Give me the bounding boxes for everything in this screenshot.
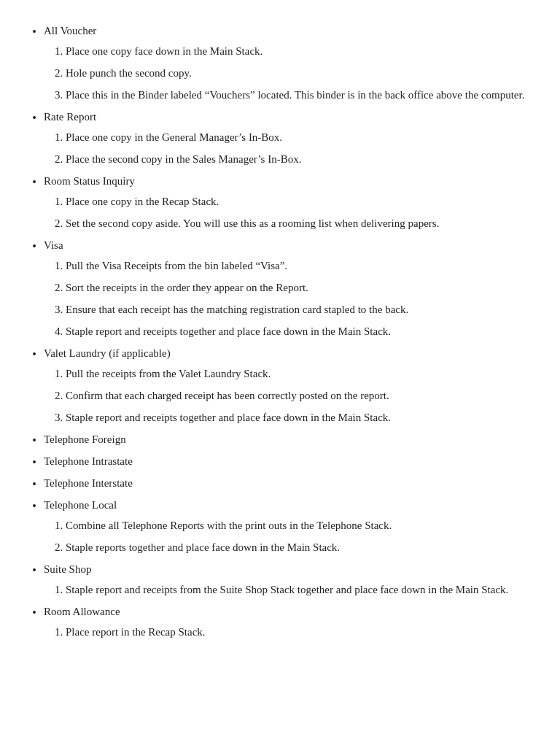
- list-item: Set the second copy aside. You will use …: [66, 215, 531, 232]
- list-item: Ensure that each receipt has the matchin…: [66, 301, 531, 318]
- list-item: Combine all Telephone Reports with the p…: [66, 517, 531, 534]
- sub-list-valet-laundry: Pull the receipts from the Valet Laundry…: [44, 365, 531, 426]
- sub-list-visa: Pull the Visa Receipts from the bin labe…: [44, 257, 531, 340]
- section-valet-laundry: Valet Laundry (if applicable)Pull the re…: [44, 344, 531, 426]
- section-label-telephone-local: Telephone Local: [44, 499, 117, 511]
- sub-list-all-voucher: Place one copy face down in the Main Sta…: [44, 42, 531, 104]
- list-item: Pull the Visa Receipts from the bin labe…: [66, 257, 531, 274]
- section-label-telephone-foreign: Telephone Foreign: [44, 433, 126, 445]
- list-item: Staple report and receipts from the Suit…: [66, 581, 531, 598]
- section-label-room-allowance: Room Allowance: [44, 606, 120, 617]
- section-telephone-local: Telephone LocalCombine all Telephone Rep…: [44, 496, 531, 556]
- section-telephone-interstate: Telephone Interstate: [44, 474, 531, 492]
- section-label-rate-report: Rate Report: [44, 111, 96, 123]
- sub-list-room-allowance: Place report in the Recap Stack.: [44, 623, 531, 641]
- section-visa: VisaPull the Visa Receipts from the bin …: [44, 236, 531, 340]
- section-rate-report: Rate ReportPlace one copy in the General…: [44, 108, 531, 168]
- list-item: Staple report and receipts together and …: [66, 409, 531, 426]
- section-room-status-inquiry: Room Status InquiryPlace one copy in the…: [44, 172, 531, 232]
- list-item: Place the second copy in the Sales Manag…: [66, 150, 531, 168]
- section-suite-shop: Suite ShopStaple report and receipts fro…: [44, 560, 531, 598]
- main-list: All VoucherPlace one copy face down in t…: [29, 22, 531, 641]
- list-item: Sort the receipts in the order they appe…: [66, 279, 531, 296]
- content-area: All VoucherPlace one copy face down in t…: [22, 15, 538, 652]
- section-label-telephone-intrastate: Telephone Intrastate: [44, 455, 133, 467]
- list-item: Place one copy in the General Manager’s …: [66, 128, 531, 146]
- sub-list-room-status-inquiry: Place one copy in the Recap Stack.Set th…: [44, 193, 531, 232]
- section-label-valet-laundry: Valet Laundry (if applicable): [44, 347, 171, 359]
- list-item: Pull the receipts from the Valet Laundry…: [66, 365, 531, 382]
- list-item: Confirm that each charged receipt has be…: [66, 387, 531, 404]
- section-label-telephone-interstate: Telephone Interstate: [44, 477, 133, 489]
- section-label-visa: Visa: [44, 239, 63, 251]
- list-item: Staple report and receipts together and …: [66, 323, 531, 340]
- sub-list-telephone-local: Combine all Telephone Reports with the p…: [44, 517, 531, 556]
- list-item: Place report in the Recap Stack.: [66, 623, 531, 641]
- sub-list-rate-report: Place one copy in the General Manager’s …: [44, 128, 531, 168]
- list-item: Staple reports together and place face d…: [66, 539, 531, 556]
- list-item: Hole punch the second copy.: [66, 64, 531, 82]
- section-all-voucher: All VoucherPlace one copy face down in t…: [44, 22, 531, 104]
- sub-list-suite-shop: Staple report and receipts from the Suit…: [44, 581, 531, 598]
- section-room-allowance: Room AllowancePlace report in the Recap …: [44, 603, 531, 641]
- list-item: Place one copy face down in the Main Sta…: [66, 42, 531, 60]
- list-item: Place this in the Binder labeled “Vouche…: [66, 86, 531, 104]
- section-label-all-voucher: All Voucher: [44, 25, 96, 36]
- section-telephone-foreign: Telephone Foreign: [44, 431, 531, 448]
- list-item: Place one copy in the Recap Stack.: [66, 193, 531, 210]
- section-telephone-intrastate: Telephone Intrastate: [44, 452, 531, 470]
- section-label-suite-shop: Suite Shop: [44, 563, 91, 575]
- section-label-room-status-inquiry: Room Status Inquiry: [44, 175, 135, 187]
